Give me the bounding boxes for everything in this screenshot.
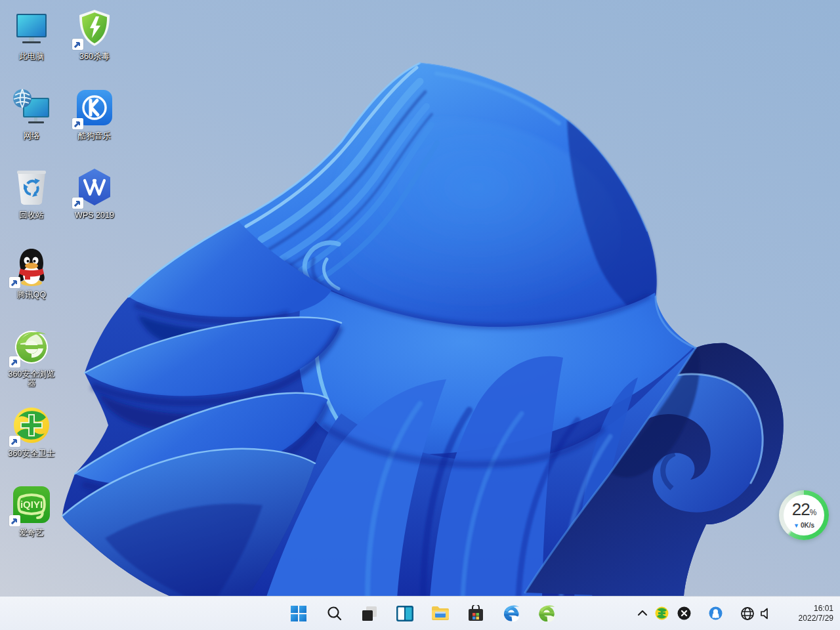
desktop-icon-label: WPS 2019	[75, 211, 114, 220]
recycle-bin-icon-svg	[15, 168, 48, 206]
speedball-speed: ▼0K/s	[793, 522, 814, 529]
desktop-icon-label: 酷狗音乐	[78, 131, 111, 140]
internet-explorer-button[interactable]	[494, 597, 529, 630]
this-pc-icon-svg	[13, 10, 50, 47]
tray-qq-icon-svg	[709, 606, 723, 620]
desktop-icon-label: 360安全浏览器	[5, 369, 58, 388]
recycle-bin-icon	[11, 167, 52, 207]
desktop-icon-wps[interactable]: WPS 2019	[64, 167, 125, 220]
taskbar-tray: 16:01 2022/7/29	[633, 597, 840, 630]
wps-icon	[74, 167, 115, 207]
tray-360-antivirus-icon[interactable]	[675, 597, 694, 630]
browser360-icon	[11, 326, 52, 366]
taskbar-center	[281, 597, 564, 630]
desktop-icon-qq[interactable]: 腾讯QQ	[1, 246, 62, 299]
shortcut-arrow-icon-svg	[10, 516, 19, 525]
shortcut-arrow-icon	[9, 356, 20, 368]
speedball-percent-unit: %	[810, 508, 816, 517]
desktop-icon-label: 360安全卫士	[9, 449, 55, 458]
task-view-button[interactable]	[352, 597, 387, 630]
internet-explorer-button-svg	[502, 604, 520, 623]
desktop: 此电脑 360杀毒 网络 酷狗音乐 回收站	[0, 0, 840, 630]
start-button-svg	[290, 605, 307, 622]
file-explorer-button[interactable]	[423, 597, 458, 630]
tray-volume-icon[interactable]	[757, 597, 775, 630]
microsoft-store-button-svg	[467, 605, 484, 622]
shortcut-arrow-icon-svg	[10, 278, 19, 287]
shortcut-arrow-icon	[9, 436, 20, 447]
desktop-icon-guard360[interactable]: 360安全卫士	[1, 405, 62, 458]
desktop-icon-antivirus360[interactable]: 360杀毒	[64, 8, 125, 61]
widgets-button-svg	[396, 605, 414, 622]
browser-360-button[interactable]	[529, 597, 564, 630]
desktop-icon-label: 网络	[24, 131, 40, 140]
microsoft-store-button[interactable]	[458, 597, 494, 630]
tray-network-icon[interactable]	[738, 597, 757, 630]
antivirus360-icon	[74, 8, 115, 49]
tray-360-guard-icon-svg	[655, 606, 669, 620]
network-icon-svg	[12, 89, 51, 127]
desktop-icon-label: 360杀毒	[79, 52, 110, 61]
wallpaper-bloom	[0, 0, 840, 630]
desktop-icon-label: 爱奇艺	[19, 528, 44, 537]
shortcut-arrow-icon	[72, 39, 83, 50]
shortcut-arrow-icon-svg	[10, 358, 19, 366]
start-button[interactable]	[281, 597, 316, 630]
search-button-svg	[326, 605, 343, 621]
tray-expand-chevron[interactable]	[633, 597, 652, 630]
browser-360-button-svg	[537, 604, 556, 623]
iqiyi-icon: iQIYI	[11, 484, 52, 525]
speedball-widget[interactable]: 22% ▼0K/s	[779, 490, 829, 540]
this-pc-icon	[11, 8, 52, 49]
desktop-icon-browser360[interactable]: 360安全浏览器	[1, 326, 62, 388]
tray-volume-icon-svg	[758, 606, 774, 621]
task-view-button-svg	[361, 605, 378, 622]
clock-time: 16:01	[799, 604, 833, 614]
clock-date: 2022/7/29	[799, 614, 833, 623]
shortcut-arrow-icon-svg	[74, 119, 82, 128]
speedball-percent: 22%	[792, 501, 816, 520]
shortcut-arrow-icon	[9, 277, 20, 288]
desktop-icon-this-pc[interactable]: 此电脑	[1, 8, 62, 61]
tray-360-guard-icon[interactable]	[653, 597, 671, 630]
kugou-icon	[74, 87, 115, 128]
guard360-icon	[11, 405, 52, 446]
qq-icon	[11, 246, 52, 287]
widgets-button[interactable]	[387, 597, 423, 630]
shortcut-arrow-icon-svg	[10, 437, 19, 446]
tray-expand-chevron-svg	[635, 606, 650, 621]
network-icon	[11, 87, 52, 128]
desktop-icon-kugou[interactable]: 酷狗音乐	[64, 87, 125, 140]
shortcut-arrow-icon-svg	[74, 199, 82, 207]
taskbar: 16:01 2022/7/29	[0, 596, 840, 630]
desktop-icon-iqiyi[interactable]: iQIYI 爱奇艺	[1, 484, 62, 537]
desktop-icon-recycle-bin[interactable]: 回收站	[1, 167, 62, 220]
desktop-icon-network[interactable]: 网络	[1, 87, 62, 140]
speedball-speed-value: 0K/s	[801, 522, 814, 529]
shortcut-arrow-icon	[72, 198, 83, 209]
file-explorer-button-svg	[431, 606, 450, 621]
desktop-icon-label: 回收站	[19, 211, 44, 220]
shortcut-arrow-icon	[9, 515, 20, 526]
tray-network-icon-svg	[740, 606, 755, 621]
speedball-percent-value: 22	[792, 499, 810, 519]
taskbar-clock[interactable]: 16:01 2022/7/29	[799, 604, 833, 623]
tray-360-antivirus-icon-svg	[677, 606, 691, 620]
svg-text:iQIYI: iQIYI	[20, 499, 43, 510]
speedball-inner: 22% ▼0K/s	[784, 495, 824, 536]
search-button[interactable]	[316, 597, 352, 630]
desktop-icon-label: 腾讯QQ	[17, 290, 46, 299]
desktop-icon-label: 此电脑	[19, 52, 44, 61]
shortcut-arrow-icon-svg	[74, 40, 82, 49]
shortcut-arrow-icon	[72, 118, 83, 129]
tray-qq-icon[interactable]	[707, 597, 725, 630]
download-arrow-icon: ▼	[793, 522, 799, 529]
